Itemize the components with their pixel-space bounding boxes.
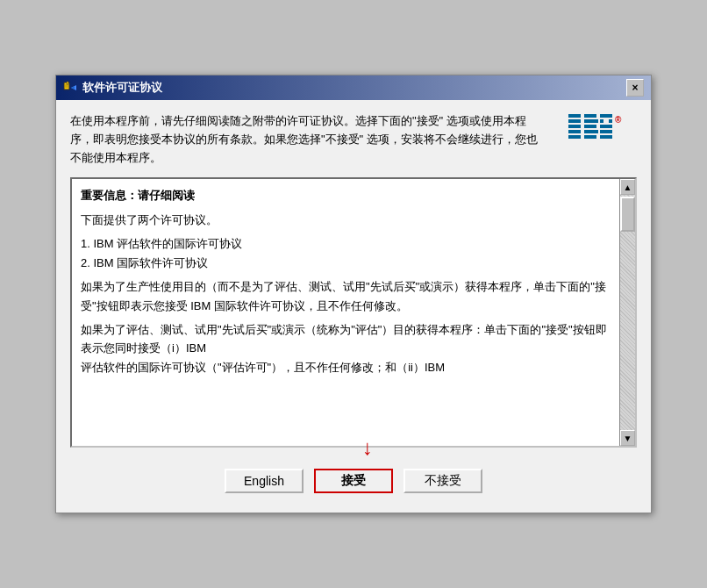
- svg-rect-14: [584, 130, 598, 133]
- svg-rect-1: [67, 82, 68, 84]
- license-text-content: 重要信息：请仔细阅读 下面提供了两个许可协议。 1. IBM 评估软件的国际许可…: [72, 179, 619, 446]
- svg-rect-21: [600, 135, 612, 139]
- decline-button[interactable]: 不接受: [403, 469, 482, 493]
- scrollbar[interactable]: ▲ ▼: [619, 179, 635, 446]
- top-section: 在使用本程序前，请先仔细阅读随之附带的许可证协议。选择下面的"接受" 选项或使用…: [70, 112, 637, 167]
- svg-rect-8: [568, 125, 581, 128]
- svg-rect-16: [600, 114, 612, 118]
- accept-arrow-indicator: ↓: [362, 435, 373, 460]
- license-line-4: 如果为了生产性使用目的（而不是为了评估、测试、试用"先试后买"或演示）获得本程序…: [81, 277, 611, 315]
- close-button[interactable]: ×: [626, 79, 644, 97]
- ibm-logo-svg: ®: [567, 112, 637, 161]
- title-bar: 软件许可证协议 ×: [56, 75, 651, 100]
- installer-icon: [63, 81, 77, 95]
- title-bar-left: 软件许可证协议: [63, 80, 162, 96]
- ibm-logo: ®: [562, 112, 637, 163]
- accept-button[interactable]: 接受: [314, 469, 393, 493]
- scroll-track[interactable]: [620, 195, 635, 430]
- svg-rect-19: [600, 125, 612, 128]
- svg-rect-9: [568, 130, 581, 133]
- svg-rect-12: [584, 119, 598, 123]
- license-line-1: 重要信息：请仔细阅读: [81, 186, 611, 204]
- english-button[interactable]: English: [225, 469, 304, 493]
- scroll-up-arrow[interactable]: ▲: [620, 179, 635, 195]
- license-line-2: 下面提供了两个许可协议。: [81, 211, 611, 229]
- intro-text: 在使用本程序前，请先仔细阅读随之附带的许可证协议。选择下面的"接受" 选项或使用…: [70, 112, 548, 167]
- svg-text:®: ®: [615, 115, 622, 125]
- svg-rect-10: [568, 135, 581, 139]
- svg-rect-13: [584, 125, 596, 128]
- license-line-5: 如果为了评估、测试、试用"先试后买"或演示（统称为"评估"）目的获得本程序：单击…: [81, 320, 611, 376]
- svg-rect-15: [584, 135, 596, 139]
- software-license-dialog: 软件许可证协议 × 在使用本程序前，请先仔细阅读随之附带的许可证协议。选择下面的…: [55, 75, 652, 513]
- dialog-title: 软件许可证协议: [82, 80, 162, 96]
- svg-rect-20: [600, 130, 612, 133]
- license-line-3: 1. IBM 评估软件的国际许可协议2. IBM 国际软件许可协议: [81, 234, 611, 272]
- svg-rect-18: [609, 119, 612, 123]
- svg-rect-7: [568, 119, 581, 123]
- license-text-area: 重要信息：请仔细阅读 下面提供了两个许可协议。 1. IBM 评估软件的国际许可…: [70, 177, 637, 448]
- svg-rect-11: [584, 114, 596, 118]
- scroll-thumb[interactable]: [620, 197, 635, 232]
- scroll-down-arrow[interactable]: ▼: [620, 430, 635, 446]
- button-row: ↓ English 接受 不接受: [70, 462, 637, 504]
- dialog-body: 在使用本程序前，请先仔细阅读随之附带的许可证协议。选择下面的"接受" 选项或使用…: [56, 100, 651, 513]
- svg-marker-5: [71, 86, 75, 90]
- svg-rect-6: [568, 114, 581, 118]
- svg-rect-17: [600, 119, 603, 123]
